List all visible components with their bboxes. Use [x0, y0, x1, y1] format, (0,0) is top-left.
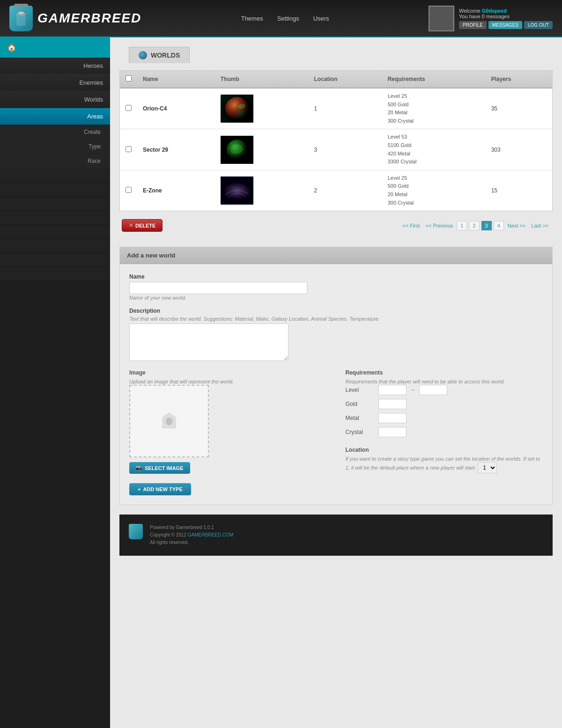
gold-input[interactable] [378, 399, 407, 409]
metal-field: Metal [346, 413, 543, 423]
planet-sector-image [221, 136, 253, 164]
requirements-column: Requirements Requirements that the playe… [346, 369, 543, 474]
user-buttons: PROFILE MESSAGES LOG OUT [459, 21, 553, 29]
row-2-requirements: Level 535100 Gold420 Metal3300 Crystal [382, 129, 486, 170]
row-checkbox-1 [120, 88, 138, 129]
footer-powered: Powered by Gamerbreed 1.0.1 [150, 524, 233, 531]
row-3-location: 2 [308, 170, 382, 211]
level-input[interactable] [378, 385, 407, 395]
metal-input[interactable] [378, 413, 407, 423]
logo-icon [9, 6, 33, 31]
form-columns: Image Upload an image that will represen… [129, 369, 543, 474]
svg-point-11 [166, 418, 172, 425]
sidebar-item-areas[interactable]: Areas [0, 108, 110, 125]
row-2-thumb [215, 129, 309, 170]
description-textarea[interactable] [129, 324, 288, 361]
worlds-table: Name Thumb Location Requirements Players [119, 70, 553, 211]
name-field-group: Name Name of your new world. [129, 273, 543, 301]
select-image-button[interactable]: 📷 SELECT IMAGE [129, 462, 190, 474]
description-hint: Text that will describe the world. Sugge… [129, 316, 543, 322]
sidebar-spacer-5 [0, 225, 110, 239]
row-3-players: 15 [486, 170, 553, 211]
nav-themes[interactable]: Themes [241, 15, 263, 22]
username: G0dspeed [482, 8, 507, 14]
messages-text: You have 0 messages [459, 14, 553, 19]
row-3-requirements: Level 25500 Gold20 Metal300 Crystal [382, 170, 486, 211]
camera-icon: 📷 [136, 465, 142, 471]
footer-link[interactable]: GAMERBREED.COM [188, 532, 233, 537]
content: WORLDS Name Thumb Location Requirements … [110, 37, 562, 728]
pagination: << First << Previous 1 2 3 4 Next >> Las… [400, 221, 550, 230]
sidebar-spacer-6 [0, 239, 110, 253]
logo-text: GAMERBREED [37, 11, 141, 26]
table-header-thumb: Thumb [215, 71, 309, 88]
description-label: Description [129, 308, 543, 314]
nav-settings[interactable]: Settings [277, 15, 299, 22]
row-2-checkbox[interactable] [126, 146, 132, 152]
table-row: Orion-C4 [120, 88, 553, 129]
add-world-header: Add a new world [120, 247, 552, 264]
worlds-tab[interactable]: WORLDS [129, 47, 190, 63]
add-new-type-button[interactable]: + ADD NEW TYPE [129, 483, 191, 495]
table-header-name: Name [137, 71, 215, 88]
page-1[interactable]: 1 [457, 221, 467, 230]
name-input[interactable] [129, 282, 307, 294]
image-hint: Upload an image that will represent the … [129, 379, 234, 384]
plus-icon: + [138, 486, 140, 492]
row-1-checkbox[interactable] [126, 105, 132, 111]
level-input-max[interactable] [419, 385, 447, 395]
user-info: Welcome G0dspeed You have 0 messages PRO… [459, 8, 553, 29]
sidebar-spacer-3 [0, 197, 110, 211]
sidebar-sub-type[interactable]: Type [0, 140, 110, 154]
sidebar-spacer-1 [0, 169, 110, 183]
page-4[interactable]: 4 [494, 221, 504, 230]
logout-button[interactable]: LOG OUT [524, 21, 553, 29]
nav-users[interactable]: Users [313, 15, 329, 22]
gold-label: Gold [346, 401, 374, 407]
add-world-body: Name Name of your new world. Description… [120, 264, 552, 505]
crystal-input[interactable] [378, 427, 407, 437]
row-3-checkbox[interactable] [126, 187, 132, 193]
logo-area: GAMERBREED [9, 6, 141, 31]
sidebar-item-worlds[interactable]: Worlds [0, 91, 110, 108]
sidebar-home[interactable]: 🏠 [0, 37, 110, 58]
svg-rect-3 [221, 95, 253, 123]
description-suggestions: Suggestions: Material, Make, Galaxy Loca… [204, 316, 380, 322]
worlds-tab-label: WORLDS [151, 51, 180, 59]
sidebar: 🏠 Heroes Enemies Worlds Areas Create Typ… [0, 37, 110, 728]
page-3-active[interactable]: 3 [481, 221, 492, 230]
location-select[interactable]: 1 2 3 [478, 462, 497, 473]
main-layout: 🏠 Heroes Enemies Worlds Areas Create Typ… [0, 37, 562, 728]
sidebar-sub-race[interactable]: Race [0, 154, 110, 169]
sidebar-spacer-7 [0, 253, 110, 267]
sidebar-spacer-8 [0, 267, 110, 281]
row-checkbox-3 [120, 170, 138, 211]
crystal-label: Crystal [346, 429, 374, 435]
svg-point-5 [225, 97, 249, 120]
page-last[interactable]: Last >> [529, 222, 550, 229]
row-2-location: 3 [308, 129, 382, 170]
delete-button[interactable]: ✕ DELETE [122, 219, 163, 232]
welcome-text: Welcome [459, 8, 481, 14]
requirements-label: Requirements [346, 369, 543, 376]
page-2[interactable]: 2 [469, 221, 479, 230]
user-area: Welcome G0dspeed You have 0 messages PRO… [429, 6, 553, 31]
sidebar-item-heroes[interactable]: Heroes [0, 58, 110, 74]
level-tilde: ~ [411, 387, 414, 393]
page-prev[interactable]: << Previous [424, 222, 455, 229]
page-first[interactable]: << First [400, 222, 422, 229]
sidebar-item-enemies[interactable]: Enemies [0, 74, 110, 91]
row-1-name: Orion-C4 [137, 88, 215, 129]
metal-label: Metal [346, 415, 374, 421]
select-all-checkbox[interactable] [126, 75, 132, 81]
name-label: Name [129, 273, 543, 280]
content-area: Name Thumb Location Requirements Players [110, 63, 562, 563]
page-next[interactable]: Next >> [506, 222, 528, 229]
sidebar-spacer-4 [0, 211, 110, 225]
profile-button[interactable]: PROFILE [459, 21, 487, 29]
sidebar-sub-create[interactable]: Create [0, 125, 110, 140]
messages-button[interactable]: MESSAGES [488, 21, 522, 29]
location-hint: If you want to create a story type game … [346, 456, 540, 471]
row-3-name: E-Zone [137, 170, 215, 211]
footer: Powered by Gamerbreed 1.0.1 Copyright © … [119, 515, 553, 556]
